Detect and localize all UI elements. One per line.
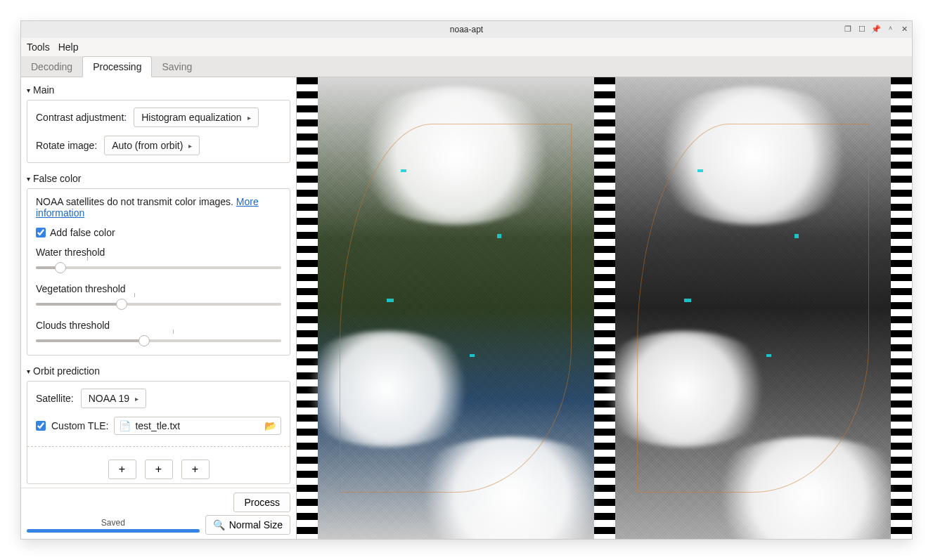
water-threshold-slider[interactable] [36, 261, 281, 275]
tle-file-chooser[interactable]: 📄 test_tle.txt 📂 [114, 417, 281, 435]
titlebar: noaa-apt ❐ ☐ 📌 ＾ ✕ [21, 21, 912, 38]
normal-size-button[interactable]: 🔍 Normal Size [205, 515, 290, 535]
tab-decoding[interactable]: Decoding [21, 57, 82, 77]
tab-processing[interactable]: Processing [82, 56, 152, 77]
water-threshold-label: Water threshold [36, 247, 281, 258]
file-icon: 📄 [119, 420, 131, 431]
tabs: Decoding Processing Saving [21, 56, 912, 77]
plus-button-3[interactable]: + [181, 460, 210, 479]
restore-icon[interactable]: ❐ [843, 24, 853, 34]
app-window: noaa-apt ❐ ☐ 📌 ＾ ✕ Tools Help Decoding P… [21, 21, 912, 539]
section-main: Contrast adjustment: Histogram equalizat… [27, 100, 290, 163]
normal-size-label: Normal Size [229, 519, 283, 530]
menu-help[interactable]: Help [58, 41, 79, 53]
preview-channel-a [318, 77, 594, 539]
window-controls: ❐ ☐ 📌 ＾ ✕ [843, 24, 909, 34]
section-false-color: NOAA satellites do not transmit color im… [27, 188, 290, 356]
satellite-label: Satellite: [36, 393, 74, 404]
close-icon[interactable]: ✕ [899, 24, 909, 34]
sidebar: Main Contrast adjustment: Histogram equa… [21, 77, 297, 539]
tab-saving[interactable]: Saving [152, 57, 202, 77]
add-false-color-label: Add false color [50, 227, 115, 238]
tle-file-name: test_tle.txt [135, 420, 180, 431]
contrast-combo[interactable]: Histogram equalization [134, 108, 258, 127]
window-title: noaa-apt [450, 25, 483, 34]
sync-strip-left [297, 77, 318, 539]
section-title-main[interactable]: Main [27, 80, 290, 100]
minimize-icon[interactable]: ＾ [885, 24, 895, 34]
vegetation-threshold-slider[interactable] [36, 297, 281, 311]
menu-tools[interactable]: Tools [27, 41, 50, 53]
contrast-label: Contrast adjustment: [36, 112, 127, 123]
preview-channel-b [615, 77, 892, 539]
progress-bar [27, 529, 200, 533]
vegetation-threshold-label: Vegetation threshold [36, 283, 281, 294]
plus-button-1[interactable]: + [108, 460, 136, 479]
rotate-combo[interactable]: Auto (from orbit) [104, 136, 200, 155]
maximize-icon[interactable]: ☐ [857, 24, 867, 34]
rotate-label: Rotate image: [36, 140, 97, 151]
sidebar-scroll: Main Contrast adjustment: Histogram equa… [21, 77, 296, 488]
status-text: Saved [101, 518, 125, 528]
image-preview[interactable] [297, 77, 912, 539]
clouds-threshold-label: Clouds threshold [36, 320, 281, 331]
add-false-color-checkbox[interactable] [36, 228, 46, 237]
zoom-icon: 🔍 [213, 519, 225, 530]
false-color-info: NOAA satellites do not transmit color im… [36, 196, 281, 219]
false-color-info-text: NOAA satellites do not transmit color im… [36, 196, 236, 207]
pin-icon[interactable]: 📌 [871, 24, 881, 34]
satellite-combo[interactable]: NOAA 19 [81, 389, 146, 408]
clouds-threshold-slider[interactable] [36, 334, 281, 348]
body: Main Contrast adjustment: Histogram equa… [21, 77, 912, 539]
custom-tle-checkbox[interactable] [36, 421, 46, 431]
process-button[interactable]: Process [233, 493, 290, 512]
section-orbit: Satellite: NOAA 19 Custom TLE: 📄 test_tl… [27, 381, 290, 484]
menubar: Tools Help [21, 38, 912, 56]
plus-button-2[interactable]: + [145, 460, 173, 479]
open-file-icon: 📂 [264, 420, 276, 431]
custom-tle-label: Custom TLE: [51, 420, 108, 431]
sidebar-footer: Process Saved 🔍 Normal Size [21, 488, 296, 539]
section-title-orbit[interactable]: Orbit prediction [27, 361, 290, 381]
section-title-false-color[interactable]: False color [27, 169, 290, 188]
